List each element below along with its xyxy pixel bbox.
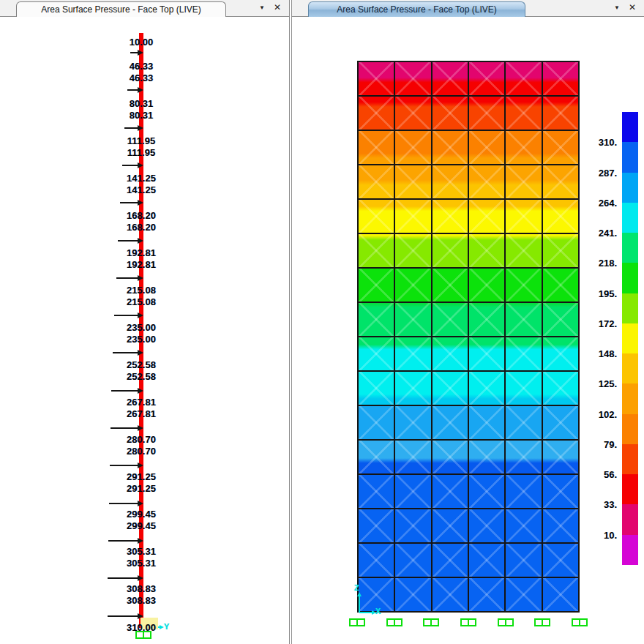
mesh-cell[interactable] [432,474,468,509]
mesh-cell[interactable] [358,405,394,440]
base-support-icon[interactable] [498,618,514,626]
mesh-cell[interactable] [432,337,468,371]
mesh-cell[interactable] [358,199,394,233]
mesh-cell[interactable] [468,61,505,96]
mesh-cell[interactable] [394,577,431,612]
mesh-cell[interactable] [542,268,579,302]
mesh-cell[interactable] [358,474,394,509]
mesh-cell[interactable] [358,165,394,199]
mesh-cell[interactable] [394,233,431,268]
mesh-cell[interactable] [542,474,579,509]
mesh-cell[interactable] [432,543,468,577]
right-view-tab[interactable]: Area Surface Pressure - Face Top (LIVE) [308,1,525,17]
mesh-cell[interactable] [394,337,431,371]
mesh-cell[interactable] [505,199,542,233]
mesh-cell[interactable] [468,268,505,302]
mesh-cell[interactable] [542,543,579,577]
mesh-cell[interactable] [394,199,431,233]
mesh-cell[interactable] [358,337,394,371]
mesh-cell[interactable] [505,302,542,337]
mesh-cell[interactable] [394,405,431,440]
mesh-cell[interactable] [468,474,505,509]
mesh-cell[interactable] [505,268,542,302]
window-dropdown-icon[interactable]: ▼ [614,5,620,11]
mesh-cell[interactable] [394,509,431,543]
mesh-cell[interactable] [505,543,542,577]
mesh-cell[interactable] [432,96,468,130]
mesh-cell[interactable] [358,440,394,474]
mesh-cell[interactable] [432,61,468,96]
mesh-cell[interactable] [432,199,468,233]
mesh-cell[interactable] [432,440,468,474]
mesh-cell[interactable] [432,302,468,337]
base-support-icon[interactable] [423,618,439,626]
mesh-cell[interactable] [542,96,579,130]
base-support-icon[interactable] [386,618,402,626]
mesh-cell[interactable] [542,165,579,199]
mesh-cell[interactable] [468,337,505,371]
mesh-cell[interactable] [542,61,579,96]
mesh-cell[interactable] [468,130,505,165]
mesh-cell[interactable] [432,577,468,612]
mesh-cell[interactable] [505,130,542,165]
mesh-cell[interactable] [505,233,542,268]
mesh-cell[interactable] [468,96,505,130]
mesh-cell[interactable] [542,302,579,337]
mesh-cell[interactable] [468,543,505,577]
mesh-cell[interactable] [505,337,542,371]
mesh-cell[interactable] [394,165,431,199]
mesh-cell[interactable] [394,268,431,302]
mesh-cell[interactable] [505,509,542,543]
mesh-cell[interactable] [505,96,542,130]
mesh-cell[interactable] [358,61,394,96]
mesh-cell[interactable] [542,337,579,371]
mesh-cell[interactable] [468,405,505,440]
mesh-cell[interactable] [358,96,394,130]
window-close-icon[interactable]: ✕ [274,3,281,12]
mesh-cell[interactable] [394,61,431,96]
mesh-cell[interactable] [358,130,394,165]
mesh-cell[interactable] [505,165,542,199]
mesh-cell[interactable] [468,302,505,337]
mesh-cell[interactable] [394,302,431,337]
mesh-cell[interactable] [505,577,542,612]
mesh-cell[interactable] [432,371,468,405]
mesh-cell[interactable] [505,371,542,405]
mesh-cell[interactable] [394,474,431,509]
mesh-cell[interactable] [542,130,579,165]
mesh-cell[interactable] [432,509,468,543]
mesh-cell[interactable] [468,440,505,474]
mesh-cell[interactable] [468,577,505,612]
base-support-icon[interactable] [460,618,476,626]
mesh-cell[interactable] [394,543,431,577]
mesh-cell[interactable] [468,371,505,405]
left-view-tab[interactable]: Area Surface Pressure - Face Top (LIVE) [16,1,226,17]
mesh-cell[interactable] [432,268,468,302]
mesh-cell[interactable] [468,199,505,233]
mesh-cell[interactable] [542,199,579,233]
mesh-cell[interactable] [505,474,542,509]
base-support-icon[interactable] [534,618,550,626]
mesh-cell[interactable] [358,371,394,405]
base-support-icon[interactable] [349,618,365,626]
mesh-cell[interactable] [542,233,579,268]
mesh-cell[interactable] [468,233,505,268]
mesh-cell[interactable] [358,268,394,302]
mesh-cell[interactable] [394,130,431,165]
mesh-cell[interactable] [394,371,431,405]
mesh-cell[interactable] [432,165,468,199]
mesh-cell[interactable] [432,233,468,268]
mesh-cell[interactable] [468,509,505,543]
window-dropdown-icon[interactable]: ▼ [259,5,265,11]
mesh-cell[interactable] [358,302,394,337]
mesh-cell[interactable] [542,577,579,612]
mesh-cell[interactable] [358,233,394,268]
mesh-cell[interactable] [394,440,431,474]
mesh-cell[interactable] [542,405,579,440]
mesh-cell[interactable] [432,405,468,440]
mesh-cell[interactable] [468,165,505,199]
mesh-cell[interactable] [358,543,394,577]
window-close-icon[interactable]: ✕ [629,3,636,12]
mesh-cell[interactable] [542,440,579,474]
mesh-cell[interactable] [394,96,431,130]
